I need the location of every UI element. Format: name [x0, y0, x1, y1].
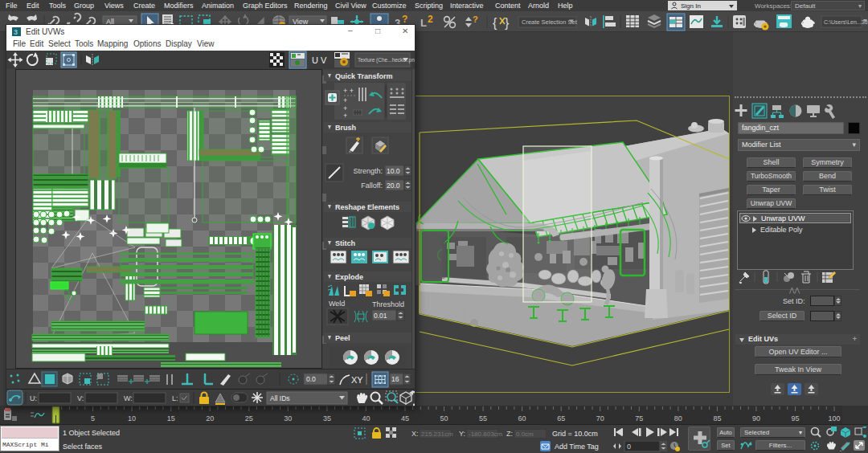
svg-text:L: L	[420, 17, 427, 29]
svg-text:10.0: 10.0	[387, 167, 400, 175]
svg-text:All IDs: All IDs	[270, 394, 290, 402]
svg-text:Brush: Brush	[335, 124, 356, 132]
svg-text:Strength:: Strength:	[353, 167, 383, 175]
svg-text:2: 2	[428, 14, 433, 25]
svg-text:65: 65	[557, 414, 565, 422]
svg-text:50: 50	[440, 414, 448, 422]
svg-text:16: 16	[391, 375, 399, 383]
svg-text:95: 95	[791, 414, 799, 422]
svg-text:100: 100	[828, 414, 840, 422]
svg-text:+ +: + +	[343, 87, 354, 95]
svg-text:+: +	[343, 96, 347, 104]
svg-text:?: ?	[473, 14, 478, 24]
svg-text:+: +	[343, 112, 347, 120]
svg-text:45: 45	[401, 414, 409, 422]
svg-text:3: 3	[14, 28, 18, 36]
svg-text:V:: V:	[77, 394, 84, 402]
svg-text:{: {	[493, 16, 497, 30]
svg-text:20: 20	[206, 414, 214, 422]
svg-text:C:\Users\Len...3ds: C:\Users\Len...3ds	[824, 19, 868, 25]
svg-text:Reshape Elements: Reshape Elements	[335, 203, 399, 211]
svg-text:Sign In: Sign In	[681, 2, 701, 10]
svg-text:Stitch: Stitch	[335, 239, 355, 247]
svg-text:XY: XY	[351, 375, 363, 385]
svg-text:Falloff:: Falloff:	[361, 182, 383, 190]
svg-text:15: 15	[167, 414, 175, 422]
svg-text:0.0: 0.0	[306, 375, 316, 383]
svg-text:90: 90	[752, 414, 760, 422]
svg-text:U:: U:	[30, 394, 37, 402]
svg-text:25: 25	[245, 414, 253, 422]
svg-text:0: 0	[627, 443, 631, 451]
svg-text:5: 5	[91, 414, 95, 422]
svg-text:Peel: Peel	[335, 334, 350, 342]
svg-text:0.01: 0.01	[374, 312, 387, 320]
svg-text:20.0: 20.0	[387, 182, 400, 190]
svg-text:35: 35	[323, 414, 331, 422]
svg-text:?: ?	[402, 14, 407, 25]
svg-text:Quick Transform: Quick Transform	[335, 72, 393, 80]
svg-text:W:: W:	[124, 394, 133, 402]
svg-text:U V: U V	[312, 55, 327, 65]
svg-text:70: 70	[596, 414, 604, 422]
svg-text:75: 75	[635, 414, 643, 422]
svg-text:10: 10	[128, 414, 136, 422]
svg-text:60: 60	[518, 414, 526, 422]
svg-text:55: 55	[479, 414, 487, 422]
svg-text:80: 80	[674, 414, 682, 422]
svg-text:}: }	[505, 16, 510, 30]
svg-text:30: 30	[284, 414, 292, 422]
svg-text:L:: L:	[172, 394, 178, 402]
svg-text:Create Selection Set: Create Selection Set	[522, 18, 578, 26]
svg-text:85: 85	[713, 414, 721, 422]
svg-text:Weld: Weld	[329, 300, 345, 308]
svg-text:Explode: Explode	[335, 273, 363, 281]
svg-text:40: 40	[362, 414, 370, 422]
svg-text:Threshold: Threshold	[372, 300, 404, 308]
